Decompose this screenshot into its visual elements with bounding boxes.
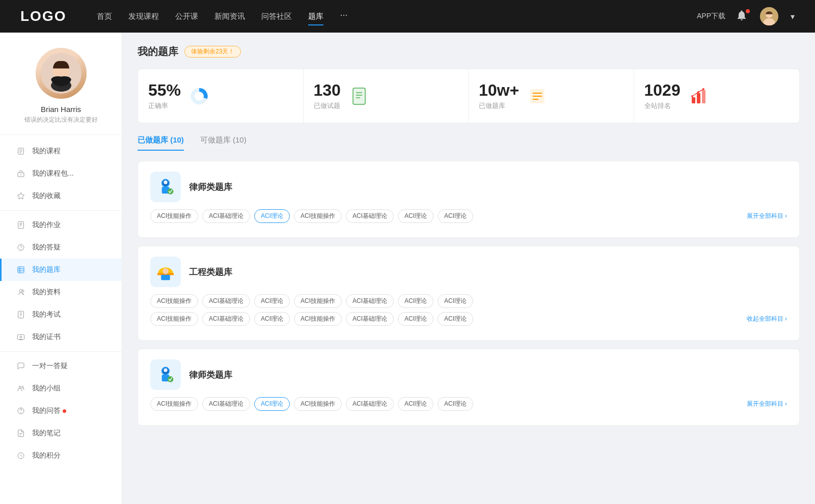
bank-tag-active[interactable]: ACI理论 (254, 397, 290, 411)
page-header: 我的题库 体验剩余23天！ (138, 45, 800, 59)
bank-tag[interactable]: ACI理论 (398, 397, 433, 411)
sidebar-label-courses: 我的课程 (32, 147, 61, 156)
tab-done[interactable]: 已做题库 (10) (138, 135, 184, 150)
sidebar-item-exam[interactable]: 我的考试 (0, 303, 122, 326)
svg-point-64 (168, 376, 174, 382)
svg-point-51 (702, 88, 704, 90)
bank-tags-row-2b: ACI技能操作 ACI基础理论 ACI理论 ACI技能操作 ACI基础理论 AC… (150, 312, 787, 326)
nav-home[interactable]: 首页 (97, 10, 112, 23)
bank-tag[interactable]: ACI理论 (254, 294, 290, 308)
bank-tag[interactable]: ACI基础理论 (202, 294, 250, 308)
sidebar-label-exam: 我的考试 (32, 310, 61, 319)
bank-tag[interactable]: ACI基础理论 (346, 294, 394, 308)
user-menu-chevron[interactable]: ▾ (791, 12, 795, 21)
nav-more[interactable]: ··· (340, 10, 347, 23)
bank-tag[interactable]: ACI基础理论 (202, 312, 250, 326)
stat-rank: 1029 全站排名 (634, 69, 800, 123)
sidebar-item-bank[interactable]: 我的题库 (0, 259, 122, 281)
bank-tag-active[interactable]: ACI理论 (254, 209, 290, 223)
main-layout: Brian Harris 错误的决定比没有决定要好 我的课程 我的课程包... (0, 33, 815, 504)
bank-tag[interactable]: ACI技能操作 (294, 294, 342, 308)
svg-rect-46 (692, 97, 695, 103)
bank-tag[interactable]: ACI理论 (398, 209, 433, 223)
bank-tag[interactable]: ACI技能操作 (150, 397, 198, 411)
sidebar-item-data[interactable]: 我的资料 (0, 281, 122, 303)
page-title: 我的题库 (138, 45, 178, 59)
stat-rank-text: 1029 全站排名 (644, 81, 681, 110)
lawyer-icon-1 (150, 172, 181, 202)
cert-icon (16, 332, 26, 342)
bank-tag[interactable]: ACI理论 (398, 312, 433, 326)
bank-tag[interactable]: ACI基础理论 (346, 209, 394, 223)
sidebar-label-qa: 我的答疑 (32, 243, 61, 252)
bank-tag[interactable]: ACI技能操作 (294, 312, 342, 326)
sidebar-item-package[interactable]: 我的课程包... (0, 162, 122, 185)
svg-rect-58 (161, 275, 170, 280)
bank-collapse-2[interactable]: 收起全部科目 › (747, 315, 787, 323)
svg-point-31 (21, 412, 21, 413)
bank-tags-row-1: ACI技能操作 ACI基础理论 ACI理论 ACI技能操作 ACI基础理论 AC… (150, 209, 787, 223)
app-download-button[interactable]: APP下载 (697, 12, 725, 21)
bank-tag[interactable]: ACI技能操作 (150, 312, 198, 326)
bank-tag[interactable]: ACI理论 (438, 397, 473, 411)
bank-tag[interactable]: ACI基础理论 (346, 397, 394, 411)
profile-motto: 错误的决定比没有决定要好 (24, 116, 98, 124)
tab-available[interactable]: 可做题库 (10) (200, 135, 247, 150)
bank-tag[interactable]: ACI技能操作 (294, 209, 342, 223)
svg-point-36 (195, 92, 204, 101)
stat-accuracy-value: 55% (148, 81, 181, 99)
nav-qa[interactable]: 问答社区 (261, 10, 292, 23)
svg-rect-26 (17, 334, 24, 339)
nav-discover[interactable]: 发现课程 (128, 10, 159, 23)
sidebar-item-courses[interactable]: 我的课程 (0, 140, 122, 162)
sidebar-label-cert: 我的证书 (32, 332, 61, 342)
sidebar-item-one-on-one[interactable]: 一对一答疑 (0, 355, 122, 377)
sidebar-label-bank: 我的题库 (32, 265, 61, 274)
notification-bell[interactable] (736, 9, 750, 23)
bank-expand-1[interactable]: 展开全部科目 › (747, 212, 787, 220)
sidebar-item-notes[interactable]: 我的笔记 (0, 422, 122, 444)
bank-tag[interactable]: ACI技能操作 (294, 397, 342, 411)
nav-question-bank[interactable]: 题库 (308, 10, 323, 23)
bank-tag[interactable]: ACI基础理论 (202, 209, 250, 223)
avatar-face-image (36, 48, 87, 99)
sidebar-item-questions[interactable]: 我的问答 (0, 400, 122, 422)
note-icon (16, 428, 26, 438)
sidebar-item-group[interactable]: 我的小组 (0, 377, 122, 400)
bank-tag[interactable]: ACI理论 (438, 294, 473, 308)
avatar-image (760, 7, 778, 25)
stat-rank-value: 1029 (644, 81, 681, 99)
bank-name-engineer: 工程类题库 (189, 266, 232, 278)
sidebar-item-cert[interactable]: 我的证书 (0, 326, 122, 348)
sidebar-item-homework[interactable]: 我的作业 (0, 214, 122, 236)
question-icon (16, 406, 26, 416)
sidebar-item-points[interactable]: 我的积分 (0, 444, 122, 467)
bank-icon (16, 265, 26, 275)
navbar: LOGO 首页 发现课程 公开课 新闻资讯 问答社区 题库 ··· APP下载 … (0, 0, 815, 33)
divider-2 (0, 351, 122, 352)
star-icon (16, 191, 26, 201)
bank-tag[interactable]: ACI理论 (398, 294, 433, 308)
bank-tag[interactable]: ACI理论 (438, 209, 473, 223)
bank-tag[interactable]: ACI理论 (254, 312, 290, 326)
stat-rank-label: 全站排名 (644, 101, 681, 110)
doc-icon (349, 86, 369, 106)
svg-point-29 (22, 386, 23, 388)
nav-news[interactable]: 新闻资讯 (214, 10, 245, 23)
svg-point-17 (18, 244, 24, 250)
trial-badge: 体验剩余23天！ (184, 46, 241, 58)
one-on-one-icon (16, 361, 26, 371)
sidebar-item-favorites[interactable]: 我的收藏 (0, 185, 122, 207)
sidebar-item-qa[interactable]: 我的答疑 (0, 236, 122, 259)
avatar[interactable] (760, 7, 778, 25)
bank-tags-row-2a: ACI技能操作 ACI基础理论 ACI理论 ACI技能操作 ACI基础理论 AC… (150, 294, 787, 308)
bank-expand-3[interactable]: 展开全部科目 › (747, 400, 787, 408)
bank-tag[interactable]: ACI技能操作 (150, 294, 198, 308)
bank-tag[interactable]: ACI基础理论 (202, 397, 250, 411)
nav-open-course[interactable]: 公开课 (175, 10, 198, 23)
stat-accuracy-text: 55% 正确率 (148, 81, 181, 110)
bank-tag[interactable]: ACI技能操作 (150, 209, 198, 223)
stat-done-banks-label: 已做题库 (479, 101, 519, 110)
bank-tag[interactable]: ACI理论 (438, 312, 473, 326)
bank-tag[interactable]: ACI基础理论 (346, 312, 394, 326)
